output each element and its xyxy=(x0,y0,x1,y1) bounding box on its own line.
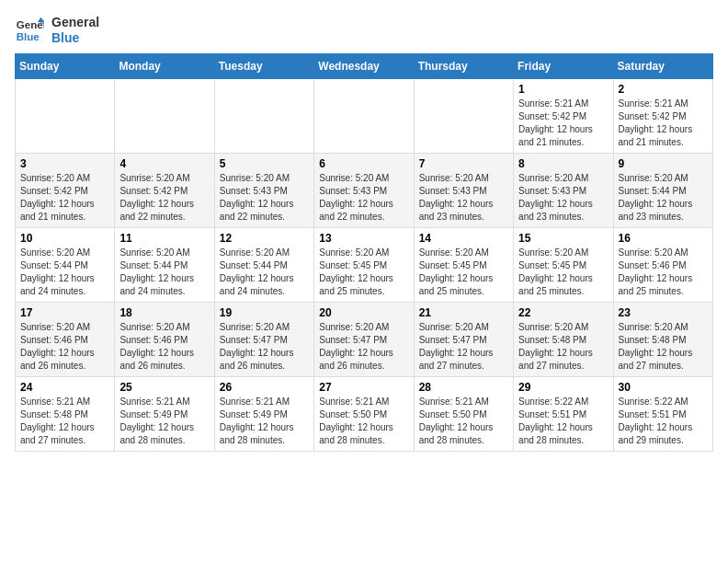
day-info: Sunrise: 5:21 AM Sunset: 5:49 PM Dayligh… xyxy=(220,396,309,447)
calendar-header-row: SundayMondayTuesdayWednesdayThursdayFrid… xyxy=(16,53,713,78)
day-number: 1 xyxy=(518,83,608,96)
calendar-cell xyxy=(414,78,513,153)
day-header-monday: Monday xyxy=(115,53,214,78)
day-info: Sunrise: 5:22 AM Sunset: 5:51 PM Dayligh… xyxy=(619,396,708,447)
logo: General Blue General Blue xyxy=(15,15,99,46)
day-header-wednesday: Wednesday xyxy=(314,53,414,78)
day-number: 25 xyxy=(119,381,209,394)
day-info: Sunrise: 5:21 AM Sunset: 5:49 PM Dayligh… xyxy=(119,396,209,447)
calendar-cell: 5Sunrise: 5:20 AM Sunset: 5:43 PM Daylig… xyxy=(214,153,313,227)
day-info: Sunrise: 5:20 AM Sunset: 5:43 PM Dayligh… xyxy=(220,172,309,224)
calendar-cell: 13Sunrise: 5:20 AM Sunset: 5:45 PM Dayli… xyxy=(314,227,414,302)
day-header-saturday: Saturday xyxy=(613,53,712,78)
calendar-cell: 4Sunrise: 5:20 AM Sunset: 5:42 PM Daylig… xyxy=(115,153,214,227)
logo-general: General xyxy=(51,15,99,30)
day-info: Sunrise: 5:20 AM Sunset: 5:45 PM Dayligh… xyxy=(319,247,408,298)
day-number: 29 xyxy=(518,381,608,394)
calendar-cell: 30Sunrise: 5:22 AM Sunset: 5:51 PM Dayli… xyxy=(613,376,712,451)
calendar-cell: 23Sunrise: 5:20 AM Sunset: 5:48 PM Dayli… xyxy=(613,302,712,376)
day-number: 24 xyxy=(20,381,109,394)
day-number: 22 xyxy=(518,306,608,319)
day-info: Sunrise: 5:20 AM Sunset: 5:42 PM Dayligh… xyxy=(20,172,109,224)
calendar-cell: 3Sunrise: 5:20 AM Sunset: 5:42 PM Daylig… xyxy=(16,153,115,227)
day-info: Sunrise: 5:20 AM Sunset: 5:46 PM Dayligh… xyxy=(619,247,708,298)
calendar-cell: 7Sunrise: 5:20 AM Sunset: 5:43 PM Daylig… xyxy=(414,153,513,227)
calendar-cell: 21Sunrise: 5:20 AM Sunset: 5:47 PM Dayli… xyxy=(414,302,513,376)
calendar-cell: 17Sunrise: 5:20 AM Sunset: 5:46 PM Dayli… xyxy=(16,302,115,376)
calendar-cell: 10Sunrise: 5:20 AM Sunset: 5:44 PM Dayli… xyxy=(16,227,115,302)
day-number: 5 xyxy=(220,157,309,170)
day-number: 12 xyxy=(220,232,309,245)
day-number: 11 xyxy=(119,232,209,245)
day-info: Sunrise: 5:20 AM Sunset: 5:43 PM Dayligh… xyxy=(319,172,408,224)
day-info: Sunrise: 5:20 AM Sunset: 5:43 PM Dayligh… xyxy=(518,172,608,224)
day-number: 9 xyxy=(619,157,708,170)
day-info: Sunrise: 5:21 AM Sunset: 5:42 PM Dayligh… xyxy=(518,98,608,149)
day-number: 6 xyxy=(319,157,408,170)
day-number: 3 xyxy=(20,157,109,170)
logo-icon: General Blue xyxy=(15,16,44,45)
calendar-cell: 22Sunrise: 5:20 AM Sunset: 5:48 PM Dayli… xyxy=(514,302,613,376)
calendar-cell: 16Sunrise: 5:20 AM Sunset: 5:46 PM Dayli… xyxy=(613,227,712,302)
day-number: 17 xyxy=(20,306,109,319)
calendar-cell: 11Sunrise: 5:20 AM Sunset: 5:44 PM Dayli… xyxy=(115,227,214,302)
day-header-friday: Friday xyxy=(514,53,613,78)
day-number: 23 xyxy=(619,306,708,319)
day-info: Sunrise: 5:20 AM Sunset: 5:42 PM Dayligh… xyxy=(119,172,209,224)
calendar-cell: 8Sunrise: 5:20 AM Sunset: 5:43 PM Daylig… xyxy=(514,153,613,227)
calendar-cell: 18Sunrise: 5:20 AM Sunset: 5:46 PM Dayli… xyxy=(115,302,214,376)
calendar-cell xyxy=(314,78,414,153)
day-info: Sunrise: 5:20 AM Sunset: 5:47 PM Dayligh… xyxy=(220,321,309,373)
calendar-cell: 9Sunrise: 5:20 AM Sunset: 5:44 PM Daylig… xyxy=(613,153,712,227)
day-number: 8 xyxy=(518,157,608,170)
calendar-cell: 1Sunrise: 5:21 AM Sunset: 5:42 PM Daylig… xyxy=(514,78,613,153)
calendar-cell: 12Sunrise: 5:20 AM Sunset: 5:44 PM Dayli… xyxy=(214,227,313,302)
day-number: 26 xyxy=(220,381,309,394)
day-info: Sunrise: 5:20 AM Sunset: 5:48 PM Dayligh… xyxy=(518,321,608,373)
day-number: 14 xyxy=(419,232,508,245)
calendar-cell: 29Sunrise: 5:22 AM Sunset: 5:51 PM Dayli… xyxy=(514,376,613,451)
calendar-week-row: 24Sunrise: 5:21 AM Sunset: 5:48 PM Dayli… xyxy=(16,376,713,451)
calendar-cell: 2Sunrise: 5:21 AM Sunset: 5:42 PM Daylig… xyxy=(613,78,712,153)
day-info: Sunrise: 5:20 AM Sunset: 5:44 PM Dayligh… xyxy=(619,172,708,224)
day-number: 27 xyxy=(319,381,408,394)
calendar-cell: 20Sunrise: 5:20 AM Sunset: 5:47 PM Dayli… xyxy=(314,302,414,376)
day-number: 20 xyxy=(319,306,408,319)
calendar-cell: 19Sunrise: 5:20 AM Sunset: 5:47 PM Dayli… xyxy=(214,302,313,376)
day-number: 30 xyxy=(619,381,708,394)
calendar-week-row: 3Sunrise: 5:20 AM Sunset: 5:42 PM Daylig… xyxy=(16,153,713,227)
calendar-cell: 24Sunrise: 5:21 AM Sunset: 5:48 PM Dayli… xyxy=(16,376,115,451)
day-info: Sunrise: 5:20 AM Sunset: 5:47 PM Dayligh… xyxy=(319,321,408,373)
calendar-cell: 25Sunrise: 5:21 AM Sunset: 5:49 PM Dayli… xyxy=(115,376,214,451)
calendar-cell xyxy=(214,78,313,153)
calendar-cell: 26Sunrise: 5:21 AM Sunset: 5:49 PM Dayli… xyxy=(214,376,313,451)
day-header-sunday: Sunday xyxy=(16,53,115,78)
calendar-cell xyxy=(16,78,115,153)
day-number: 18 xyxy=(119,306,209,319)
day-info: Sunrise: 5:22 AM Sunset: 5:51 PM Dayligh… xyxy=(518,396,608,447)
day-number: 4 xyxy=(119,157,209,170)
calendar-cell: 6Sunrise: 5:20 AM Sunset: 5:43 PM Daylig… xyxy=(314,153,414,227)
day-info: Sunrise: 5:21 AM Sunset: 5:50 PM Dayligh… xyxy=(419,396,508,447)
calendar-cell: 28Sunrise: 5:21 AM Sunset: 5:50 PM Dayli… xyxy=(414,376,513,451)
day-info: Sunrise: 5:20 AM Sunset: 5:46 PM Dayligh… xyxy=(119,321,209,373)
day-info: Sunrise: 5:20 AM Sunset: 5:46 PM Dayligh… xyxy=(20,321,109,373)
day-number: 28 xyxy=(419,381,508,394)
day-number: 15 xyxy=(518,232,608,245)
day-info: Sunrise: 5:21 AM Sunset: 5:50 PM Dayligh… xyxy=(319,396,408,447)
day-number: 19 xyxy=(220,306,309,319)
svg-text:Blue: Blue xyxy=(17,30,40,41)
day-number: 10 xyxy=(20,232,109,245)
calendar-cell: 15Sunrise: 5:20 AM Sunset: 5:45 PM Dayli… xyxy=(514,227,613,302)
day-number: 21 xyxy=(419,306,508,319)
day-number: 7 xyxy=(419,157,508,170)
day-info: Sunrise: 5:20 AM Sunset: 5:44 PM Dayligh… xyxy=(20,247,109,298)
day-info: Sunrise: 5:21 AM Sunset: 5:42 PM Dayligh… xyxy=(619,98,708,149)
day-info: Sunrise: 5:21 AM Sunset: 5:48 PM Dayligh… xyxy=(20,396,109,447)
calendar-cell: 14Sunrise: 5:20 AM Sunset: 5:45 PM Dayli… xyxy=(414,227,513,302)
page-header: General Blue General Blue xyxy=(15,15,713,46)
day-header-tuesday: Tuesday xyxy=(214,53,313,78)
day-header-thursday: Thursday xyxy=(414,53,513,78)
logo-blue: Blue xyxy=(51,30,99,46)
day-info: Sunrise: 5:20 AM Sunset: 5:48 PM Dayligh… xyxy=(619,321,708,373)
